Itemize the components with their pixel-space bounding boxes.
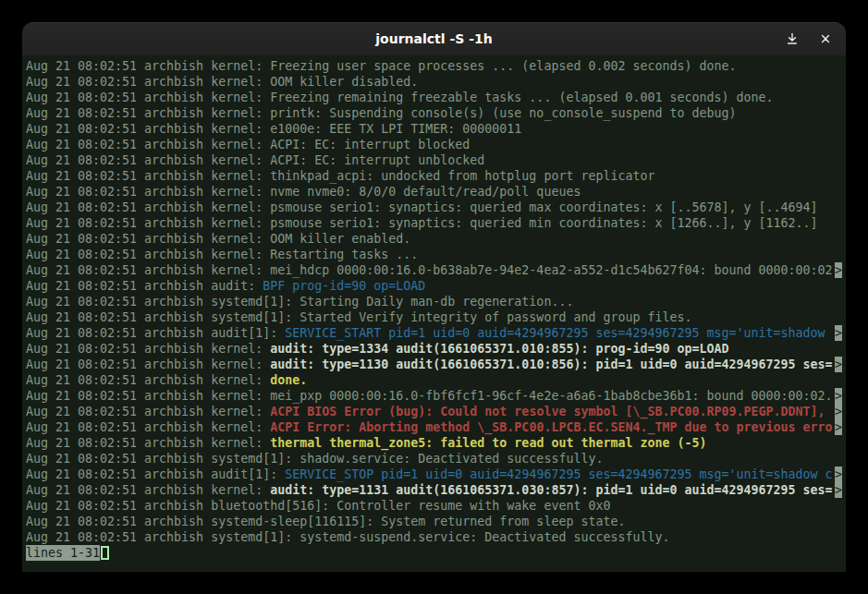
download-icon [785,31,800,46]
log-line-text: Aug 21 08:02:51 archbish kernel: Freezin… [26,58,842,74]
truncation-marker: > [835,482,842,498]
log-line: Aug 21 08:02:51 archbish audit[1]: SERVI… [26,325,842,341]
log-line: Aug 21 08:02:51 archbish kernel: audit: … [26,482,842,498]
truncation-marker: > [835,404,842,419]
truncation-marker: > [835,419,842,435]
log-line-text: Aug 21 08:02:51 archbish kernel: Restart… [26,247,842,262]
log-line-text: Aug 21 08:02:51 archbish systemd[1]: Sta… [26,294,842,309]
log-line: Aug 21 08:02:51 archbish systemd[1]: sha… [26,451,842,467]
log-line-text: Aug 21 08:02:51 archbish audit: BPF prog… [26,278,842,294]
log-line: Aug 21 08:02:51 archbish systemd-sleep[1… [26,514,842,529]
log-line: Aug 21 08:02:51 archbish kernel: thinkpa… [26,168,842,184]
truncation-marker: > [835,467,842,482]
log-line: Aug 21 08:02:51 archbish kernel: psmouse… [26,215,842,231]
log-line-text: Aug 21 08:02:51 archbish kernel: ACPI: E… [26,137,842,152]
log-line-text: Aug 21 08:02:51 archbish kernel: psmouse… [26,215,842,231]
close-icon [818,31,833,46]
pager-status: lines 1-31 [26,545,100,561]
titlebar[interactable]: journalctl -S -1h [22,22,846,55]
log-lines: Aug 21 08:02:51 archbish kernel: Freezin… [26,58,842,545]
log-line: Aug 21 08:02:51 archbish kernel: done. [26,372,842,388]
log-line-text: Aug 21 08:02:51 archbish kernel: mei_hdc… [26,262,835,278]
log-line: Aug 21 08:02:51 archbish kernel: mei_hdc… [26,262,842,278]
log-line: Aug 21 08:02:51 archbish audit[1]: SERVI… [26,467,842,482]
log-line-text: Aug 21 08:02:51 archbish kernel: audit: … [26,482,835,498]
log-line: Aug 21 08:02:51 archbish bluetoothd[516]… [26,498,842,514]
log-line-text: Aug 21 08:02:51 archbish systemd-sleep[1… [26,514,842,529]
terminal-window: journalctl -S -1h Aug 21 08:02:51 archbi… [22,22,846,572]
log-line: Aug 21 08:02:51 archbish kernel: ACPI Er… [26,419,842,435]
log-line-text: Aug 21 08:02:51 archbish kernel: ACPI BI… [26,404,835,419]
log-line: Aug 21 08:02:51 archbish kernel: e1000e:… [26,121,842,137]
log-line-text: Aug 21 08:02:51 archbish audit[1]: SERVI… [26,467,835,482]
log-line-text: Aug 21 08:02:51 archbish audit[1]: SERVI… [26,325,835,341]
close-button[interactable] [813,27,837,52]
log-line: Aug 21 08:02:51 archbish kernel: audit: … [26,357,842,372]
log-line-text: Aug 21 08:02:51 archbish kernel: OOM kil… [26,231,842,247]
log-line-text: Aug 21 08:02:51 archbish kernel: done. [26,372,842,388]
log-line-text: Aug 21 08:02:51 archbish kernel: ACPI: E… [26,152,842,168]
log-line-text: Aug 21 08:02:51 archbish kernel: ACPI Er… [26,419,835,435]
log-line: Aug 21 08:02:51 archbish kernel: mei_pxp… [26,388,842,404]
truncation-marker: > [835,325,842,341]
log-line-text: Aug 21 08:02:51 archbish kernel: thinkpa… [26,168,842,184]
truncation-marker: > [835,262,842,278]
log-line-text: Aug 21 08:02:51 archbish kernel: e1000e:… [26,121,842,137]
log-line: Aug 21 08:02:51 archbish kernel: printk:… [26,105,842,121]
log-line: Aug 21 08:02:51 archbish systemd[1]: Sta… [26,309,842,325]
log-line-text: Aug 21 08:02:51 archbish bluetoothd[516]… [26,498,842,514]
terminal-cursor [101,546,109,560]
log-line: Aug 21 08:02:51 archbish kernel: ACPI BI… [26,404,842,419]
log-line-text: Aug 21 08:02:51 archbish kernel: psmouse… [26,200,842,215]
log-line: Aug 21 08:02:51 archbish kernel: audit: … [26,341,842,357]
terminal-output[interactable]: Aug 21 08:02:51 archbish kernel: Freezin… [22,55,846,572]
download-button[interactable] [779,27,804,52]
log-line: Aug 21 08:02:51 archbish kernel: psmouse… [26,200,842,215]
log-line-text: Aug 21 08:02:51 archbish kernel: audit: … [26,357,835,372]
log-line: Aug 21 08:02:51 archbish kernel: OOM kil… [26,74,842,90]
log-line-text: Aug 21 08:02:51 archbish systemd[1]: Sta… [26,309,842,325]
window-title: journalctl -S -1h [375,31,492,46]
log-line: Aug 21 08:02:51 archbish kernel: ACPI: E… [26,152,842,168]
log-line: Aug 21 08:02:51 archbish systemd[1]: sys… [26,529,842,545]
log-line: Aug 21 08:02:51 archbish kernel: nvme nv… [26,184,842,200]
truncation-marker: > [835,388,842,404]
log-line: Aug 21 08:02:51 archbish kernel: OOM kil… [26,231,842,247]
log-line-text: Aug 21 08:02:51 archbish kernel: printk:… [26,105,842,121]
log-line-text: Aug 21 08:02:51 archbish kernel: OOM kil… [26,74,842,90]
log-line-text: Aug 21 08:02:51 archbish kernel: nvme nv… [26,184,842,200]
log-line-text: Aug 21 08:02:51 archbish kernel: mei_pxp… [26,388,835,404]
pager-status-line: lines 1-31 [26,545,842,561]
log-line: Aug 21 08:02:51 archbish kernel: ACPI: E… [26,137,842,152]
log-line: Aug 21 08:02:51 archbish systemd[1]: Sta… [26,294,842,309]
log-line: Aug 21 08:02:51 archbish audit: BPF prog… [26,278,842,294]
log-line-text: Aug 21 08:02:51 archbish systemd[1]: sha… [26,451,842,467]
log-line: Aug 21 08:02:51 archbish kernel: Restart… [26,247,842,262]
log-line-text: Aug 21 08:02:51 archbish kernel: audit: … [26,341,842,357]
log-line-text: Aug 21 08:02:51 archbish kernel: Freezin… [26,90,842,105]
log-line: Aug 21 08:02:51 archbish kernel: thermal… [26,435,842,451]
log-line-text: Aug 21 08:02:51 archbish kernel: thermal… [26,435,842,451]
truncation-marker: > [835,357,842,372]
log-line: Aug 21 08:02:51 archbish kernel: Freezin… [26,58,842,74]
log-line: Aug 21 08:02:51 archbish kernel: Freezin… [26,90,842,105]
titlebar-buttons [779,22,837,55]
log-line-text: Aug 21 08:02:51 archbish systemd[1]: sys… [26,529,842,545]
